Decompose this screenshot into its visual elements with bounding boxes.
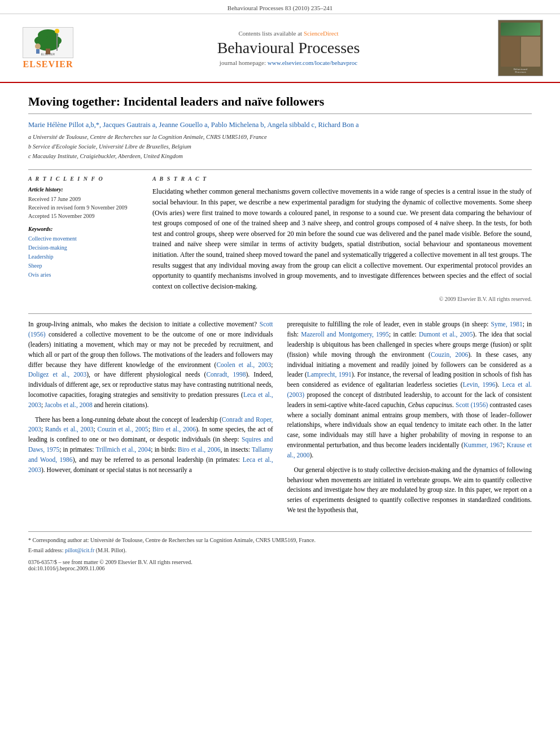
two-column-body: In group-living animals, who makes the d… [28, 320, 532, 519]
ref-doligez2003: Doligez et al., 2003 [28, 371, 86, 378]
footnote-email-link[interactable]: pillot@icit.fr [65, 547, 94, 553]
ref-kummer1967: Kummer, 1967 [463, 442, 503, 448]
ref-tallamy1986: Tallamy and Wood, 1986 [28, 446, 273, 463]
body-column-right: prerequisite to fulfilling the role of l… [287, 320, 532, 519]
ref-conradt1998: Conradt, 1998 [206, 371, 246, 378]
svg-point-8 [35, 43, 41, 49]
history-label: Article history: [28, 186, 141, 193]
ref-coolen2003: Coolen et al., 2003 [216, 361, 271, 368]
keyword-1: Collective movement [28, 234, 141, 243]
ref-biro2006a: Biro et al., 2006 [152, 426, 196, 433]
elsevier-brand-text: ELSEVIER [23, 59, 73, 69]
journal-title-area: Contents lists available at ScienceDirec… [79, 30, 498, 66]
abstract-text: Elucidating whether common general mecha… [152, 186, 532, 291]
elsevier-logo-image: ELSEVIER [23, 27, 73, 58]
body-para-3: prerequisite to fulfilling the role of l… [287, 320, 532, 460]
page: Behavioural Processes 83 (2010) 235–241 [0, 0, 560, 747]
authors-line: Marie Hélène Pillot a,b,*, Jacques Gautr… [28, 121, 532, 129]
journal-title: Behavioural Processes [79, 39, 498, 57]
affiliation-c: c Macaulay Institute, Craigiebuckler, Ab… [28, 152, 532, 161]
doi-line: 0376-6357/$ – see front matter © 2009 El… [28, 559, 532, 571]
footnote-email-label: E-mail address: [28, 547, 63, 553]
doi-link[interactable]: doi:10.1016/j.beproc.2009.11.006 [28, 565, 532, 571]
ref-jacobs2008: Jacobs et al., 2008 [45, 401, 93, 408]
journal-homepage: journal homepage: www.elsevier.com/locat… [79, 59, 498, 66]
authors-text: Marie Hélène Pillot a,b,*, Jacques Gautr… [28, 121, 359, 129]
ref-mazeroll1995: Mazeroll and Montgomery, 1995 [301, 331, 389, 338]
abstract-section: A B S T R A C T Elucidating whether comm… [152, 176, 532, 302]
open-access-text: 0376-6357/$ – see front matter © 2009 El… [28, 559, 532, 565]
sciencedirect-link[interactable]: ScienceDirect [304, 30, 339, 37]
article-title: Moving together: Incidental leaders and … [28, 94, 532, 114]
ref-couzin2006: Couzin, 2006 [431, 351, 468, 358]
contents-label: Contents lists available at [238, 30, 302, 37]
article-info-label: A R T I C L E I N F O [28, 176, 141, 182]
revised-date: Received in revised form 9 November 2009 [28, 203, 141, 212]
abstract-label: A B S T R A C T [152, 176, 532, 182]
ref-biro2006b: Biro et al., 2006 [178, 446, 220, 453]
svg-text:ELSEVIER: ELSEVIER [41, 53, 55, 56]
footnote-corresponding: * Corresponding author at: Université de… [28, 536, 532, 544]
affiliations: a Université de Toulouse, Centre de Rech… [28, 133, 532, 161]
article-info-panel: A R T I C L E I N F O Article history: R… [28, 176, 141, 302]
ref-couzin2005: Couzin et al., 2005 [98, 426, 148, 433]
homepage-url[interactable]: www.elsevier.com/locate/behavproc [268, 59, 357, 66]
svg-rect-6 [56, 31, 58, 51]
keyword-4: Sheep [28, 261, 141, 270]
body-para-4: Our general objective is to study collec… [287, 465, 532, 516]
body-para-1: In group-living animals, who makes the d… [28, 320, 273, 410]
ref-syme1981: Syme, 1981 [491, 321, 522, 327]
keyword-2: Decision-making [28, 243, 141, 252]
journal-header: ELSEVIER ELSEVIER Contents lists availab… [0, 14, 560, 83]
footnote-star-text: * Corresponding author at: Université de… [28, 537, 316, 543]
contents-available-line: Contents lists available at ScienceDirec… [79, 30, 498, 37]
journal-citation: Behavioural Processes 83 (2010) 235–241 [228, 5, 333, 11]
svg-point-7 [55, 29, 59, 33]
svg-rect-9 [36, 49, 40, 54]
received-date: Received 17 June 2009 [28, 195, 141, 203]
accepted-date: Accepted 15 November 2009 [28, 212, 141, 220]
keyword-3: Leadership [28, 252, 141, 261]
ref-scott1956b: Scott (1956) [456, 401, 488, 408]
body-column-left: In group-living animals, who makes the d… [28, 320, 273, 519]
affiliation-a: a Université de Toulouse, Centre de Rech… [28, 133, 532, 142]
affiliation-b: b Service d'Ecologie Sociale, Université… [28, 142, 532, 152]
ref-levin1996: Levin, 1996 [463, 381, 496, 388]
ref-rands2003: Rands et al., 2003 [45, 426, 94, 433]
footnote-email-suffix: (M.H. Pillot). [96, 547, 126, 553]
journal-citation-bar: Behavioural Processes 83 (2010) 235–241 [0, 0, 560, 14]
ref-lamprecht1991: Lamprecht, 1991 [307, 371, 352, 378]
ref-squires1975: Squires and Daws, 1975 [28, 436, 273, 453]
journal-cover-image: BehaviouralProcesses [498, 20, 543, 76]
footnote-email: E-mail address: pillot@icit.fr (M.H. Pil… [28, 547, 532, 554]
section-divider [28, 313, 532, 314]
ref-dumont2005: Dumont et al., 2005 [419, 331, 473, 338]
ref-scott1956: Scott (1956) [28, 321, 273, 338]
copyright-line: © 2009 Elsevier B.V. All rights reserved… [152, 296, 532, 302]
elsevier-logo: ELSEVIER ELSEVIER [17, 27, 79, 69]
homepage-label: journal homepage: [220, 59, 266, 66]
info-section: A R T I C L E I N F O Article history: R… [28, 169, 532, 302]
ref-trillmich2004: Trillmich et al., 2004 [95, 446, 151, 453]
keywords-label: Keywords: [28, 226, 141, 232]
body-para-2: There has been a long-running debate abo… [28, 415, 273, 475]
footnotes: * Corresponding author at: Université de… [28, 531, 532, 571]
article-body: Moving together: Incidental leaders and … [0, 83, 560, 583]
keyword-5: Ovis aries [28, 270, 141, 279]
